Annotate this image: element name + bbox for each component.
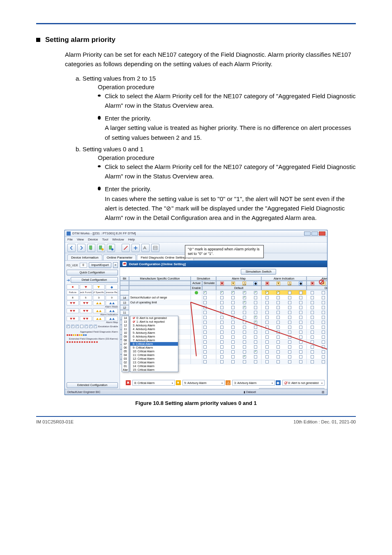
simulate-checkbox[interactable] bbox=[203, 326, 207, 329]
ind-checkbox[interactable] bbox=[265, 335, 269, 339]
simulate-checkbox[interactable] bbox=[203, 316, 207, 319]
mask-checkbox[interactable] bbox=[311, 321, 314, 324]
map-checkbox[interactable] bbox=[254, 350, 257, 354]
mask-checkbox[interactable] bbox=[322, 340, 325, 344]
map-checkbox[interactable] bbox=[220, 331, 224, 334]
map-checkbox[interactable] bbox=[231, 311, 235, 314]
prio-spec-input[interactable] bbox=[93, 296, 105, 299]
map-checkbox[interactable] bbox=[220, 301, 224, 304]
map-checkbox[interactable] bbox=[243, 316, 246, 319]
map-checkbox[interactable] bbox=[220, 316, 224, 319]
map-checkbox[interactable] bbox=[231, 335, 235, 339]
escalation-chk-3[interactable] bbox=[76, 325, 79, 328]
menu-help[interactable]: Help bbox=[128, 238, 135, 241]
map-checkbox[interactable] bbox=[243, 350, 246, 354]
map-checkbox[interactable] bbox=[243, 360, 246, 363]
map-checkbox[interactable] bbox=[243, 345, 246, 349]
ind-checkbox[interactable] bbox=[265, 316, 269, 319]
mask-checkbox[interactable] bbox=[322, 355, 325, 358]
ind-checkbox[interactable] bbox=[288, 345, 291, 349]
map-checkbox[interactable] bbox=[231, 340, 235, 344]
priority-option[interactable]: 11: Critical Alarm bbox=[130, 353, 178, 357]
map-checkbox[interactable] bbox=[254, 335, 257, 339]
ind-checkbox[interactable] bbox=[265, 350, 269, 354]
prio-maint-input[interactable] bbox=[106, 296, 118, 299]
priority-option[interactable]: 12: Critical Alarm bbox=[130, 357, 178, 361]
ind-checkbox[interactable] bbox=[265, 321, 269, 324]
ind-checkbox[interactable] bbox=[277, 326, 280, 329]
escalation-chk-7[interactable] bbox=[94, 325, 97, 328]
ind-checkbox[interactable] bbox=[288, 350, 291, 354]
ind-checkbox[interactable] bbox=[288, 326, 291, 329]
agg-maint-select[interactable]: 0: Alert is not generated ▾ bbox=[282, 380, 325, 386]
mask-checkbox[interactable] bbox=[322, 301, 325, 304]
priority-option[interactable]: 5: Advisory Alarm bbox=[130, 331, 178, 335]
ind-checkbox[interactable] bbox=[265, 331, 269, 334]
menu-window[interactable]: Window bbox=[112, 238, 124, 241]
mask-checkbox[interactable] bbox=[311, 316, 314, 319]
map-checkbox[interactable] bbox=[220, 350, 224, 354]
ind-checkbox[interactable] bbox=[299, 360, 302, 363]
map-checkbox[interactable] bbox=[254, 306, 257, 309]
priority-option[interactable]: 0: Alert is not generated bbox=[130, 316, 178, 320]
agg-fail-select[interactable]: 8: Critical Alarm▾ bbox=[132, 380, 175, 386]
ind-checkbox[interactable] bbox=[299, 331, 302, 334]
mask-checkbox[interactable] bbox=[322, 296, 325, 299]
ind-checkbox[interactable] bbox=[265, 345, 269, 349]
simulate-checkbox[interactable] bbox=[203, 311, 207, 314]
ind-checkbox[interactable] bbox=[265, 355, 269, 358]
map-checkbox[interactable] bbox=[231, 301, 235, 304]
close-button[interactable] bbox=[319, 231, 325, 236]
th-default1[interactable]: Default bbox=[216, 286, 261, 290]
escalation-chk-6[interactable] bbox=[89, 325, 92, 328]
ind-checkbox[interactable] bbox=[288, 316, 291, 319]
map-checkbox[interactable] bbox=[254, 355, 257, 358]
ind-checkbox[interactable] bbox=[277, 345, 280, 349]
map-checkbox[interactable] bbox=[231, 296, 235, 299]
prio-check-input[interactable] bbox=[80, 296, 92, 299]
mask-checkbox[interactable] bbox=[322, 306, 325, 309]
mask-checkbox[interactable] bbox=[311, 301, 314, 304]
maximize-button[interactable] bbox=[311, 231, 318, 236]
ind-checkbox[interactable] bbox=[277, 306, 280, 309]
simulate-checkbox[interactable] bbox=[203, 291, 207, 294]
tool-button-d[interactable] bbox=[151, 244, 159, 252]
mask-checkbox[interactable] bbox=[311, 360, 314, 363]
ind-checkbox[interactable] bbox=[265, 306, 269, 309]
map-checkbox[interactable] bbox=[243, 355, 246, 358]
ind-checkbox[interactable] bbox=[277, 321, 280, 324]
ind-checkbox[interactable] bbox=[277, 301, 280, 304]
map-checkbox[interactable] bbox=[231, 345, 235, 349]
ind-checkbox[interactable] bbox=[299, 301, 302, 304]
mask-checkbox[interactable] bbox=[322, 331, 325, 334]
map-checkbox[interactable] bbox=[243, 326, 246, 329]
ind-checkbox[interactable] bbox=[277, 355, 280, 358]
map-checkbox[interactable] bbox=[220, 355, 224, 358]
map-checkbox[interactable] bbox=[243, 306, 246, 309]
ind-checkbox[interactable] bbox=[299, 296, 302, 299]
ind-checkbox[interactable] bbox=[265, 360, 269, 363]
priority-option[interactable]: 7: Advisory Alarm bbox=[130, 338, 178, 342]
priority-popup[interactable]: 0: Alert is not generated1: Alert is not… bbox=[130, 316, 178, 372]
map-checkbox[interactable] bbox=[220, 306, 224, 309]
mask-checkbox[interactable] bbox=[311, 326, 314, 329]
map-checkbox[interactable] bbox=[220, 345, 224, 349]
mask-checkbox[interactable] bbox=[311, 345, 314, 349]
minimize-button[interactable] bbox=[304, 231, 311, 236]
map-checkbox[interactable] bbox=[243, 331, 246, 334]
map-checkbox[interactable] bbox=[254, 316, 257, 319]
map-checkbox[interactable] bbox=[220, 296, 224, 299]
mask-checkbox[interactable] bbox=[311, 350, 314, 354]
map-checkbox[interactable] bbox=[231, 355, 235, 358]
map-checkbox[interactable] bbox=[231, 326, 235, 329]
agg-spec-select[interactable]: 3: Advisory Alarm▾ bbox=[232, 380, 275, 386]
ind-checkbox[interactable] bbox=[299, 311, 302, 314]
map-checkbox[interactable] bbox=[254, 296, 257, 299]
map-checkbox[interactable] bbox=[220, 340, 224, 344]
ind-checkbox[interactable] bbox=[288, 331, 291, 334]
ind-checkbox[interactable] bbox=[299, 345, 302, 349]
import-export-button[interactable]: Import/Export bbox=[89, 262, 111, 268]
mask-checkbox[interactable] bbox=[322, 335, 325, 339]
ind-checkbox[interactable] bbox=[277, 335, 280, 339]
map-checkbox[interactable] bbox=[254, 301, 257, 304]
